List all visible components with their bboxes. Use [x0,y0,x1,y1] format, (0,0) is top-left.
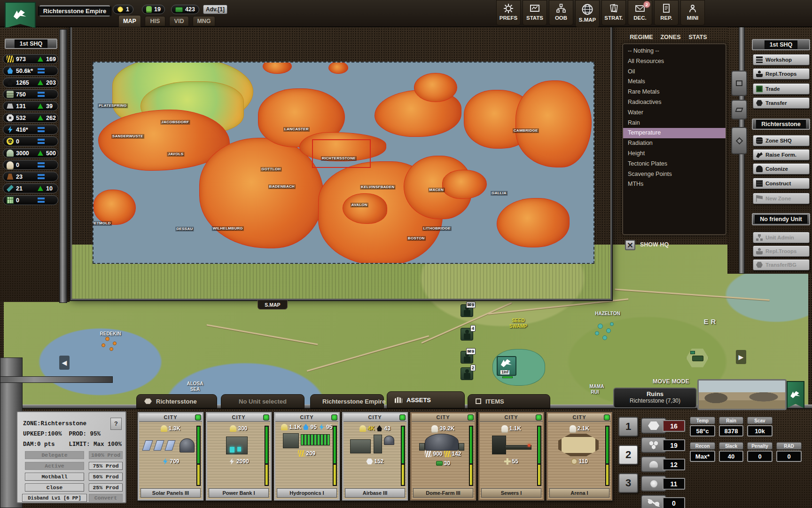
overlay-option[interactable]: MTHs [623,179,726,190]
asset-card-arena[interactable]: CITY 2.1K 110 Arena I [547,412,612,500]
side-tab-layers[interactable] [731,100,747,119]
prod-100-button[interactable]: 100% Prod [89,451,123,459]
city-label[interactable]: RICHTERSSTONE [321,156,357,161]
infantry-unit[interactable]: 4 [461,328,473,341]
resource-row-energy[interactable]: 416* [3,125,58,135]
overlay-option[interactable]: Rain [623,118,726,128]
overlay-option[interactable]: Water [623,108,726,118]
overlay-option[interactable]: Radiation [623,138,726,149]
city-label[interactable]: CAMBRIDGE [513,128,539,133]
overlay-option[interactable]: All Resources [623,56,726,67]
show-hq-checkbox[interactable]: ✕ [625,240,635,250]
tab-items[interactable]: ITEMS [468,394,550,408]
asset-card-solar-panels[interactable]: CITY 1.3K 709 Solar Panels III [138,412,203,500]
mothball-button[interactable]: Mothball [25,473,84,481]
tab-map[interactable]: MAP [118,15,141,27]
disband-button[interactable]: Disband Lv1 [6 PP] [22,494,87,502]
transfer-button[interactable]: Transfer [753,97,810,109]
empire-flag[interactable] [5,2,36,28]
strategic-map[interactable]: PLATESPRING JACOBSDORF SANDERWUSTE LANCA… [93,62,594,264]
hex-level-2-button[interactable]: 2 [618,445,638,465]
smap-window-tab[interactable]: S.MAP [258,300,288,310]
reports-button[interactable]: REP. [654,0,679,25]
delegate-button[interactable]: Delegate [25,451,84,459]
scroll-left-arrow[interactable]: ◀ [59,356,70,370]
prod-75-button[interactable]: 75% Prod [89,462,123,470]
city-label[interactable]: JACOBSDORF [160,120,190,125]
infantry-unit[interactable]: 2 [461,367,473,380]
trade-button[interactable]: Trade [753,83,810,95]
tab-zone-richtersstone[interactable]: Richtersstone [136,394,217,408]
overlay-option[interactable]: Radioactives [623,97,726,108]
tab-stats[interactable]: STATS [686,33,710,41]
oob-button[interactable]: OOB [549,0,573,25]
city-label[interactable]: LANCASTER [283,127,310,132]
shq-header[interactable]: 1st SHQ [5,39,57,49]
prod-50-button[interactable]: 50% Prod [89,473,123,481]
overlay-option[interactable]: Tectonic Plates [623,159,726,169]
zone-shq-button[interactable]: Zone SHQ [753,135,810,146]
resource-row-rare-metal[interactable]: 13139 [3,101,58,111]
hex-level-3-button[interactable]: 3 [618,473,638,493]
new-zone-button[interactable]: New Zone [753,193,810,204]
city-label[interactable]: BADENBACH [268,184,296,189]
hex-level-1-button[interactable]: 1 [618,417,638,437]
city-label[interactable]: BOSTON [407,236,426,241]
city-label[interactable]: AVALON [351,203,368,207]
side-tab-screen[interactable] [731,71,747,96]
overlay-option[interactable]: Metals [623,77,726,87]
city-label[interactable]: WILHELMBURG [212,226,244,231]
asset-card-power-bank[interactable]: CITY 300 2090 Power Bank I [206,412,272,500]
raise-formation-button[interactable]: Raise Form. [753,149,810,160]
tab-his[interactable]: HIS [145,16,165,26]
mini-map-button[interactable]: MINI [680,0,705,25]
resource-row-colonists[interactable]: 0 [3,160,58,170]
overlay-option-selected[interactable]: Temperature [623,128,726,138]
city-label[interactable]: DESSAU [175,227,194,231]
resource-row-water[interactable]: 50.6k* [3,66,58,76]
decisions-button[interactable]: DEC. 2 [628,0,652,25]
workshop-button[interactable]: Workshop [753,54,810,65]
stats-button[interactable]: STATS [523,0,547,25]
city-label[interactable]: SANDERWUSTE [111,134,144,139]
tab-empire[interactable]: Richtersstone Empire [310,394,384,408]
resource-row-food[interactable]: 973169 [3,54,58,64]
side-tab-dice[interactable] [731,127,747,154]
replace-troops-button[interactable]: Repl.Troops [753,68,810,79]
resource-row-metal[interactable]: 750 [3,89,58,99]
resource-row-recruits[interactable]: 3000500 [3,148,58,158]
overlay-option[interactable]: Oil [623,67,726,77]
city-label[interactable]: DETMOLD [93,221,112,226]
asset-card-hydroponics[interactable]: CITY 1.1K 95 95 209 Hydroponics I [274,412,340,500]
tab-regime[interactable]: REGIME [628,33,655,41]
help-button[interactable]: ? [110,418,122,430]
tab-mng[interactable]: MNG [193,16,215,26]
infantry-unit[interactable]: ✉9 [461,304,473,317]
resource-row-machines[interactable]: 532262 [3,113,58,123]
strat-button[interactable]: STRAT. [601,0,626,25]
tab-vid[interactable]: VID [169,16,189,26]
asset-card-airbase[interactable]: CITY 4K 43 152 Airbase III [342,412,408,500]
construct-button[interactable]: Construct [753,178,810,189]
transfer-bg-button[interactable]: Transfer/BG [753,259,810,270]
resource-row-workers[interactable]: 2110 [3,183,58,193]
tab-zones[interactable]: ZONES [659,33,682,41]
replace-troops-unit-button[interactable]: Repl.Troops [753,246,810,257]
overlay-option[interactable]: Scavenge Points [623,169,726,180]
city-label[interactable]: GOTTLOH [260,167,281,172]
convert-button[interactable]: Convert [89,494,123,502]
city-label[interactable]: LITHOBRIDGE [422,226,452,231]
selected-wolf-unit[interactable]: 1Inf [497,356,516,376]
smap-button[interactable]: S.MAP [575,0,600,27]
tab-no-unit[interactable]: No Unit selected [221,394,304,408]
city-label[interactable]: PLATESPRING [98,103,128,108]
tab-assets[interactable]: ASSETS [387,391,465,408]
resource-row-ore[interactable]: 23 [3,172,58,182]
enemy-zone-unit[interactable] [686,348,709,368]
infantry-unit[interactable]: ✉9 [461,351,473,364]
political-points-pill[interactable]: 1 [113,5,133,14]
city-label[interactable]: MACEN [429,188,445,192]
resource-row-credits[interactable]: 0 [3,195,58,205]
asset-card-sewers[interactable]: CITY 1.1K 55 Sewers I [478,412,544,500]
fate-points-pill[interactable]: 19 [142,5,165,14]
